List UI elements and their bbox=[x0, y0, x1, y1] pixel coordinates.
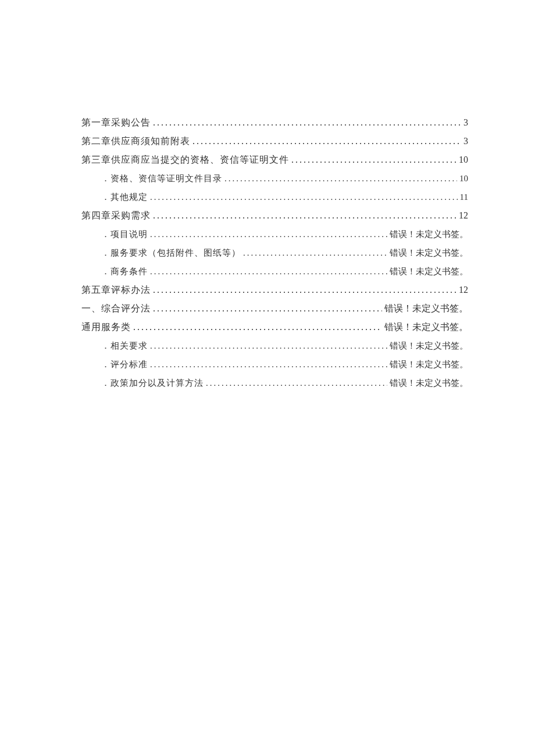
toc-title: ．政策加分以及计算方法 bbox=[101, 377, 204, 389]
toc-entry[interactable]: 第三章供应商应当提交的资格、资信等证明文件...................… bbox=[81, 153, 468, 166]
toc-page-ref: 11 bbox=[460, 191, 468, 203]
toc-leader-dots: ........................................… bbox=[192, 135, 461, 148]
toc-entry[interactable]: ．项目说明...................................… bbox=[81, 228, 468, 241]
toc-entry[interactable]: 第五章评标办法.................................… bbox=[81, 284, 468, 296]
toc-page-ref: 12 bbox=[459, 284, 468, 296]
toc-title: 第五章评标办法 bbox=[81, 284, 151, 296]
toc-leader-dots: ........................................… bbox=[150, 339, 387, 352]
toc-page-ref: 错误！未定义书签。 bbox=[390, 358, 468, 371]
toc-page-ref: 10 bbox=[459, 172, 468, 185]
toc-title: ．其他规定 bbox=[101, 191, 148, 203]
toc-title: ．相关要求 bbox=[101, 339, 148, 352]
toc-title: ．评分标准 bbox=[101, 358, 148, 371]
toc-leader-dots: ........................................… bbox=[153, 284, 456, 296]
toc-title: 通用服务类 bbox=[81, 321, 131, 334]
toc-entry[interactable]: ．资格、资信等证明文件目录...........................… bbox=[81, 172, 468, 185]
toc-page-ref: 3 bbox=[463, 116, 468, 129]
toc-entry[interactable]: ．相关要求...................................… bbox=[81, 339, 468, 352]
toc-page-ref: 错误！未定义书签。 bbox=[384, 321, 468, 334]
toc-leader-dots: ........................................… bbox=[150, 265, 387, 278]
toc-entry[interactable]: ．其他规定...................................… bbox=[81, 191, 468, 203]
toc-leader-dots: ........................................… bbox=[133, 321, 382, 334]
toc-title: 第四章采购需求 bbox=[81, 209, 151, 222]
toc-page-ref: 错误！未定义书签。 bbox=[384, 302, 468, 315]
toc-title: ．服务要求（包括附件、图纸等） bbox=[101, 246, 241, 259]
toc-entry[interactable]: 通用服务类...................................… bbox=[81, 321, 468, 334]
toc-entry[interactable]: 第一章采购公告.................................… bbox=[81, 116, 468, 129]
toc-leader-dots: ........................................… bbox=[153, 116, 461, 129]
toc-title: 一、综合评分法 bbox=[81, 302, 151, 315]
toc-entry[interactable]: ．评分标准...................................… bbox=[81, 358, 468, 371]
toc-leader-dots: ........................................… bbox=[243, 246, 387, 259]
toc-leader-dots: ........................................… bbox=[150, 358, 387, 371]
toc-entry[interactable]: ．商务条件...................................… bbox=[81, 265, 468, 278]
toc-entry[interactable]: ．政策加分以及计算方法.............................… bbox=[81, 377, 468, 389]
toc-page-ref: 错误！未定义书签。 bbox=[390, 228, 468, 241]
toc-leader-dots: ........................................… bbox=[206, 377, 387, 389]
toc-title: 第三章供应商应当提交的资格、资信等证明文件 bbox=[81, 153, 289, 166]
toc-page-ref: 10 bbox=[459, 153, 468, 166]
toc-leader-dots: ........................................… bbox=[153, 302, 382, 315]
toc-entry[interactable]: 一、综合评分法.................................… bbox=[81, 302, 468, 315]
toc-title: ．资格、资信等证明文件目录 bbox=[101, 172, 222, 185]
toc-page-ref: 12 bbox=[459, 209, 468, 222]
toc-page-ref: 3 bbox=[463, 135, 468, 148]
toc-entry[interactable]: 第四章采购需求.................................… bbox=[81, 209, 468, 222]
toc-title: 第二章供应商须知前附表 bbox=[81, 135, 190, 148]
toc-page-ref: 错误！未定义书签。 bbox=[390, 339, 468, 352]
toc-page-ref: 错误！未定义书签。 bbox=[390, 265, 468, 278]
toc-title: ．商务条件 bbox=[101, 265, 148, 278]
toc-title: 第一章采购公告 bbox=[81, 116, 151, 129]
toc-leader-dots: ........................................… bbox=[224, 172, 457, 185]
toc-leader-dots: ........................................… bbox=[153, 209, 456, 222]
toc-leader-dots: ........................................… bbox=[150, 228, 387, 241]
toc-title: ．项目说明 bbox=[101, 228, 148, 241]
toc-entry[interactable]: ．服务要求（包括附件、图纸等）.........................… bbox=[81, 246, 468, 259]
toc-page: 第一章采购公告.................................… bbox=[0, 0, 535, 389]
toc-leader-dots: ........................................… bbox=[291, 153, 456, 166]
toc-page-ref: 错误！未定义书签。 bbox=[390, 377, 468, 389]
toc-entry[interactable]: 第二章供应商须知前附表.............................… bbox=[81, 135, 468, 148]
toc-leader-dots: ........................................… bbox=[150, 191, 458, 203]
toc-page-ref: 错误！未定义书签。 bbox=[390, 246, 468, 259]
